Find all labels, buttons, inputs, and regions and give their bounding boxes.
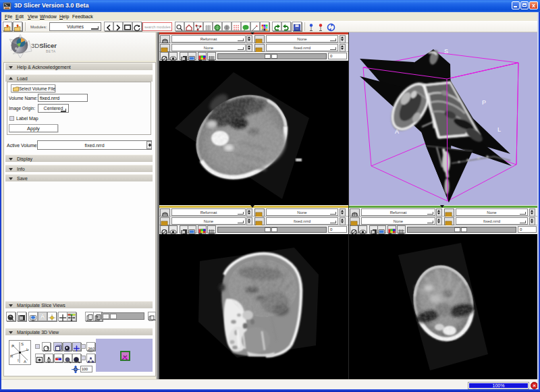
svg-text:360: 360 <box>88 347 94 351</box>
svg-text:P: P <box>11 344 14 348</box>
svg-text:A: A <box>24 360 26 364</box>
svg-text:S: S <box>21 342 24 346</box>
svg-text:I: I <box>18 358 19 362</box>
svg-text:S: S <box>444 48 448 55</box>
svg-text:A: A <box>395 128 399 135</box>
svg-text:R: R <box>10 354 14 358</box>
svg-text:P: P <box>482 99 486 106</box>
svg-text:L: L <box>497 126 501 133</box>
